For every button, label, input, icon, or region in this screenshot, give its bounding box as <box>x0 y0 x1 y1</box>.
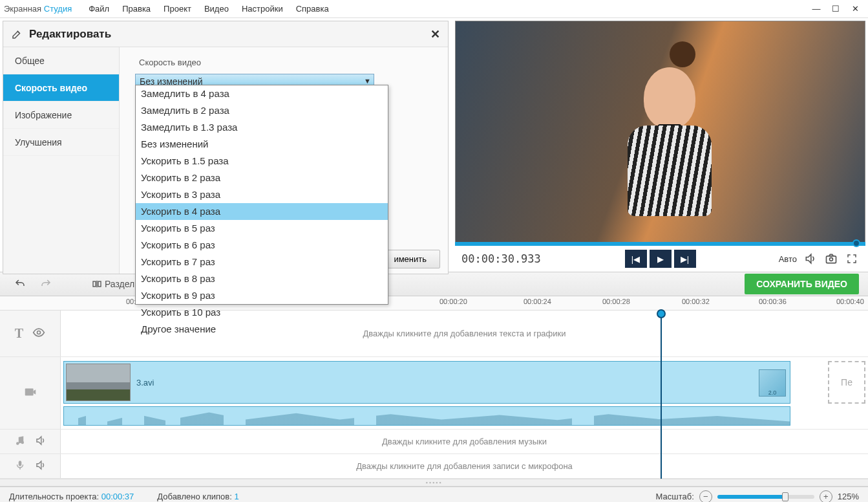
ruler-tick: 00:00:20 <box>439 298 467 305</box>
speed-badge: 2.0 <box>759 369 786 397</box>
track-mic: Дважды кликните для добавления записи с … <box>0 454 868 479</box>
save-video-button[interactable]: СОХРАНИТЬ ВИДЕО <box>745 274 859 294</box>
speed-option[interactable]: Ускорить в 5 раз <box>136 220 388 237</box>
menu-help[interactable]: Справка <box>290 4 335 14</box>
video-track-body[interactable]: 3.avi 2.0 Пе <box>61 357 868 429</box>
chevron-down-icon: ▼ <box>364 77 371 85</box>
apply-button[interactable]: именить <box>380 250 440 268</box>
ruler-tick: 00:00:36 <box>759 298 787 305</box>
speed-option[interactable]: Ускорить в 3 раза <box>136 186 388 203</box>
track-text: T Дважды кликните для добавления текста … <box>0 311 868 357</box>
play-button[interactable]: ▶ <box>650 250 672 268</box>
edit-tabs: Общее Скорость видео Изображение Улучшен… <box>3 47 120 274</box>
speed-option[interactable]: Другое значение <box>136 321 388 338</box>
speed-label: Скорость видео <box>135 58 205 67</box>
speed-option[interactable]: Без изменений <box>136 136 388 153</box>
preview-video[interactable] <box>455 21 865 243</box>
drop-zone[interactable]: Пе <box>828 361 865 404</box>
track-music: Дважды кликните для добавления музыки <box>0 430 868 454</box>
svg-point-8 <box>21 441 24 444</box>
svg-rect-3 <box>98 281 101 287</box>
menu-file[interactable]: Файл <box>82 4 116 14</box>
window-maximize[interactable]: ☐ <box>827 3 845 16</box>
visibility-icon[interactable] <box>32 326 45 341</box>
speed-option[interactable]: Ускорить в 9 раз <box>136 287 388 304</box>
edit-content: Скорость видео Без изменений ▼ Замедлить… <box>120 47 448 274</box>
ruler-tick: 00:00:32 <box>682 298 710 305</box>
svg-rect-2 <box>93 281 96 287</box>
speed-option[interactable]: Замедлить в 2 раза <box>136 102 388 119</box>
menu-video[interactable]: Видео <box>198 4 235 14</box>
preview-timecode: 00:00:30.933 <box>461 252 541 265</box>
auto-label[interactable]: Авто <box>779 254 797 264</box>
speed-option[interactable]: Ускорить в 2 раза <box>136 169 388 186</box>
mic-track-icon <box>14 459 26 473</box>
tab-image[interactable]: Изображение <box>3 102 119 129</box>
person-figure <box>611 48 728 229</box>
speed-option[interactable]: Замедлить в 1.3 раза <box>136 119 388 136</box>
svg-rect-6 <box>25 389 33 396</box>
ruler-tick: 00:00:40 <box>836 298 864 305</box>
tab-general[interactable]: Общее <box>3 47 119 74</box>
svg-rect-0 <box>827 256 836 263</box>
clip-thumbnail <box>66 364 131 401</box>
snapshot-icon[interactable] <box>824 252 838 266</box>
timeline: T Дважды кликните для добавления текста … <box>0 311 868 479</box>
undo-button[interactable] <box>9 276 31 292</box>
music-track-body[interactable]: Дважды кликните для добавления музыки <box>61 430 868 453</box>
zoom-slider[interactable] <box>717 495 814 499</box>
zoom-out-button[interactable]: − <box>699 490 712 503</box>
timeline-ruler[interactable]: 00:00:0400:00:2000:00:2400:00:2800:00:32… <box>0 296 868 311</box>
edit-title: Редактировать <box>29 28 111 41</box>
speed-option[interactable]: Ускорить в 10 раз <box>136 304 388 321</box>
zoom-label: Масштаб: <box>656 492 694 501</box>
next-button[interactable]: ▶| <box>674 250 696 268</box>
speed-option[interactable]: Ускорить в 7 раз <box>136 254 388 270</box>
speed-option[interactable]: Ускорить в 8 раз <box>136 270 388 287</box>
video-clip[interactable]: 3.avi 2.0 <box>63 361 790 404</box>
edit-close-button[interactable]: ✕ <box>430 27 440 41</box>
menu-bar: Экранная Студия Файл Правка Проект Видео… <box>0 0 868 18</box>
tab-speed[interactable]: Скорость видео <box>3 74 119 102</box>
svg-point-1 <box>830 257 833 261</box>
duration-value: 00:00:37 <box>101 492 134 501</box>
clip-filename: 3.avi <box>136 378 154 387</box>
window-close[interactable]: ✕ <box>846 3 864 16</box>
edit-panel: Редактировать ✕ Общее Скорость видео Изо… <box>3 21 449 274</box>
speed-option[interactable]: Ускорить в 6 раз <box>136 237 388 254</box>
timeline-toolbar: Разделить СОХРАНИТЬ ВИДЕО <box>0 272 868 296</box>
speed-dropdown[interactable]: Замедлить в 4 разаЗамедлить в 2 разаЗаме… <box>135 85 388 305</box>
playhead[interactable] <box>661 311 662 479</box>
menu-project[interactable]: Проект <box>157 4 198 14</box>
menu-settings[interactable]: Настройки <box>235 4 290 14</box>
svg-rect-9 <box>18 461 21 466</box>
music-volume-icon[interactable] <box>35 435 47 448</box>
duration-label: Длительность проекта: <box>9 492 99 501</box>
zoom-value: 125% <box>838 492 859 501</box>
audio-waveform[interactable] <box>63 406 790 426</box>
prev-button[interactable]: |◀ <box>625 250 647 268</box>
mic-track-body[interactable]: Дважды кликните для добавления записи с … <box>61 454 868 478</box>
edit-icon <box>11 28 23 40</box>
resize-grip[interactable]: ▪▪▪▪▪ <box>0 479 868 486</box>
zoom-in-button[interactable]: + <box>820 490 832 503</box>
clips-value: 1 <box>234 492 238 501</box>
fullscreen-icon[interactable] <box>845 252 859 266</box>
video-track-icon <box>23 385 37 401</box>
tab-enhance[interactable]: Улучшения <box>3 129 119 156</box>
speed-option[interactable]: Ускорить в 4 раза <box>136 203 388 220</box>
volume-icon[interactable] <box>803 252 818 266</box>
ruler-tick: 00:00:28 <box>602 298 630 305</box>
speed-option[interactable]: Замедлить в 4 раза <box>136 85 388 102</box>
svg-point-7 <box>16 442 19 445</box>
preview-pane: 00:00:30.933 |◀ ▶ ▶| Авто <box>455 21 865 272</box>
app-name: Экранная Студия <box>4 4 72 14</box>
mic-volume-icon[interactable] <box>35 459 47 473</box>
track-video: 3.avi 2.0 Пе <box>0 357 868 430</box>
status-bar: Длительность проекта: 00:00:37 Добавлено… <box>0 486 868 502</box>
menu-edit[interactable]: Правка <box>116 4 157 14</box>
window-minimize[interactable]: — <box>807 3 825 16</box>
speed-option[interactable]: Ускорить в 1.5 раза <box>136 153 388 169</box>
redo-button[interactable] <box>35 276 57 292</box>
text-track-icon: T <box>15 326 23 341</box>
